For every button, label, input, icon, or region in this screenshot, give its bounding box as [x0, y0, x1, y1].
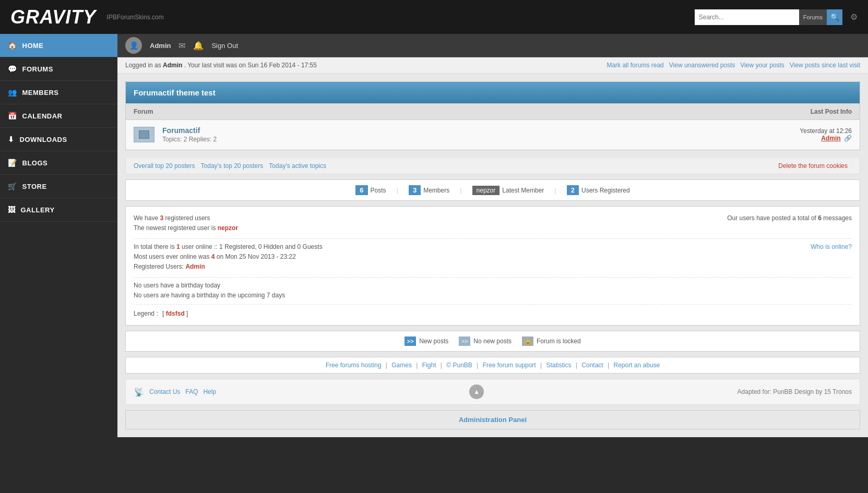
info-top-row: We have 3 registered users The newest re… [134, 214, 852, 234]
search-forums-button[interactable]: Forums [799, 9, 827, 25]
new-posts-icon: >> [405, 336, 416, 346]
legend-no-new-posts: >> No new posts [459, 336, 512, 346]
forum-table-header: Forum Last Post Info [126, 103, 860, 120]
birthday-today-row: No users have a birthday today [134, 282, 852, 289]
sep6: | [576, 362, 577, 369]
search-bar: Forums 🔍 [695, 9, 842, 25]
faq-link[interactable]: FAQ [185, 388, 198, 395]
sidebar-label-blogs: BLOGS [22, 159, 48, 167]
registered-users-row: We have 3 registered users [134, 214, 238, 222]
scroll-top-button[interactable]: ▲ [469, 384, 484, 399]
sidebar-item-blogs[interactable]: 📝 BLOGS [0, 151, 117, 175]
stats-bar: 6 Posts | 3 Members | nepzor Latest Memb… [125, 179, 860, 201]
contact-link[interactable]: Contact [581, 362, 603, 369]
forums-icon: 💬 [8, 65, 17, 73]
sidebar-label-members: MEMBERS [22, 89, 59, 97]
separator2: | [460, 186, 461, 194]
sidebar-item-calendar[interactable]: 📅 CALENDAR [0, 104, 117, 128]
online-registered: 1 [219, 243, 223, 250]
registered-stat: 2 Users Registered [567, 185, 630, 195]
free-forums-link[interactable]: Free forums hosting [326, 362, 382, 369]
layout: 🏠 HOME 💬 FORUMS 👥 MEMBERS 📅 CALENDAR ⬇ D… [0, 34, 868, 437]
delete-cookies-link[interactable]: Delete the forum cookies [778, 162, 848, 170]
who-is-online-link[interactable]: Who is online? [811, 243, 852, 250]
login-info-bar: Logged in as Admin . Your last visit was… [117, 57, 868, 74]
col-forum: Forum [134, 108, 153, 115]
logged-in-username: Admin [163, 62, 182, 69]
birthday-upcoming-row: No users are having a birthday in the up… [134, 292, 852, 299]
calendar-icon: 📅 [8, 112, 17, 120]
separator3: | [554, 186, 556, 194]
most-online-count: 4 [211, 253, 215, 260]
view-unanswered-link[interactable]: View unanswered posts [669, 62, 735, 69]
logged-in-suffix: . Your last visit was on Sun 16 Feb 2014… [184, 62, 317, 69]
free-support-link[interactable]: Free forum support [483, 362, 536, 369]
sidebar-item-forums[interactable]: 💬 FORUMS [0, 57, 117, 81]
site-logo: GRAVITY [10, 6, 96, 28]
lastpost-date: Yesterday at 12:26 [800, 127, 852, 135]
posts-count: 6 [355, 185, 367, 195]
sidebar-item-store[interactable]: 🛒 STORE [0, 175, 117, 198]
sidebar-item-downloads[interactable]: ⬇ DOWNLOADS [0, 128, 117, 151]
search-go-button[interactable]: 🔍 [827, 9, 842, 25]
lastpost-author-link[interactable]: Admin [821, 135, 840, 142]
members-count: 3 [409, 185, 421, 195]
registered-users-list-row: Registered Users: Admin [134, 263, 323, 270]
help-link[interactable]: Help [203, 388, 216, 395]
notifications-icon[interactable]: 🔔 [193, 41, 204, 51]
fight-link[interactable]: Fight [422, 362, 436, 369]
view-your-posts-link[interactable]: View your posts [740, 62, 784, 69]
sidebar: 🏠 HOME 💬 FORUMS 👥 MEMBERS 📅 CALENDAR ⬇ D… [0, 34, 117, 437]
mark-all-read-link[interactable]: Mark all forums read [607, 62, 663, 69]
admin-panel-link[interactable]: Administration Panel [459, 416, 527, 424]
rss-icon: 📡 [134, 387, 144, 397]
view-since-last-link[interactable]: View posts since last visit [790, 62, 860, 69]
new-posts-icon-symbol: >> [407, 338, 414, 344]
forum-name-link[interactable]: Forumactif [162, 126, 200, 135]
no-new-posts-icon: >> [459, 336, 470, 346]
new-posts-label: New posts [419, 338, 448, 345]
info-section: We have 3 registered users The newest re… [125, 206, 860, 326]
who-is-online-link-wrapper: Who is online? [811, 243, 852, 250]
signout-button[interactable]: Sign Out [211, 42, 238, 50]
gear-icon[interactable]: ⚙ [850, 12, 858, 22]
sidebar-item-members[interactable]: 👥 MEMBERS [0, 81, 117, 104]
separator1: | [397, 186, 398, 194]
sidebar-item-gallery[interactable]: 🖼 GALLERY [0, 198, 117, 222]
divider2 [134, 277, 852, 278]
newest-user-link[interactable]: nepzor [218, 224, 238, 232]
bottom-links-left: Overall top 20 posters Today's top 20 po… [134, 162, 330, 170]
blogs-icon: 📝 [8, 159, 17, 167]
online-hidden: 0 [258, 243, 262, 250]
legend-item-link[interactable]: fdsfsd [166, 310, 185, 317]
sidebar-label-calendar: CALENDAR [22, 112, 63, 120]
admin-user-link[interactable]: Admin [185, 263, 205, 270]
total-messages-row: Our users have posted a total of 6 messa… [727, 214, 852, 222]
todays-active-link[interactable]: Today's active topics [269, 162, 326, 170]
games-link[interactable]: Games [391, 362, 412, 369]
sep7: | [608, 362, 609, 369]
report-link[interactable]: Report an abuse [614, 362, 660, 369]
registered-label: Users Registered [581, 187, 630, 194]
info-online-row: In total there is 1 user online :: 1 Reg… [134, 243, 852, 273]
legend-label: Legend : [134, 310, 158, 317]
user-avatar: 👤 [125, 37, 142, 54]
forum-section: Forumactif theme test Forum Last Post In… [125, 81, 860, 150]
contact-us-link[interactable]: Contact Us [149, 388, 180, 395]
statistics-link[interactable]: Statistics [546, 362, 572, 369]
sidebar-label-gallery: GALLERY [21, 206, 55, 214]
sidebar-item-home[interactable]: 🏠 HOME [0, 34, 117, 57]
forum-locked-icon: 🔒 [522, 336, 533, 346]
overall-top-link[interactable]: Overall top 20 posters [134, 162, 195, 170]
posts-stat: 6 Posts [355, 185, 386, 195]
search-input[interactable] [695, 9, 799, 25]
no-new-posts-icon-symbol: >> [461, 338, 468, 344]
messages-icon[interactable]: ✉ [179, 41, 185, 51]
punbb-link[interactable]: © PunBB [446, 362, 472, 369]
sep1: | [386, 362, 387, 369]
info-online-left: In total there is 1 user online :: 1 Reg… [134, 243, 323, 273]
legend-bracket-close: ] [186, 310, 188, 317]
todays-top-link[interactable]: Today's top 20 posters [201, 162, 264, 170]
forum-locked-label: Forum is locked [537, 338, 581, 345]
legend-forum-locked: 🔒 Forum is locked [522, 336, 581, 346]
